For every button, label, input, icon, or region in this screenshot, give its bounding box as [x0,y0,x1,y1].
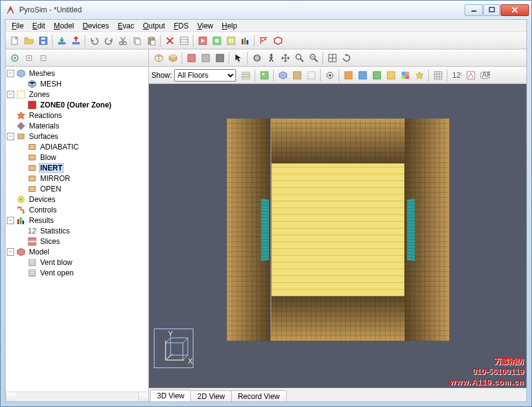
tree-hscroll[interactable] [6,392,148,401]
tree-node[interactable]: Controls [7,204,148,215]
tree-node[interactable]: −Model [7,246,148,257]
tree-node[interactable]: −Surfaces [7,131,148,141]
tree-node[interactable]: Reactions [7,110,148,120]
run-smokeview-button[interactable] [209,33,224,48]
grid-button[interactable] [431,68,445,82]
menu-edit[interactable]: Edit [28,20,49,31]
run-fds-button[interactable] [195,33,209,48]
num-button[interactable]: 12³ [449,68,463,82]
plot3d-button[interactable] [256,33,271,48]
surf-button[interactable] [198,51,213,65]
orbit-button[interactable] [250,51,264,65]
save-button[interactable] [36,33,50,48]
yellow-button[interactable] [384,68,398,82]
pan-button[interactable] [278,51,292,65]
cut-button[interactable] [116,33,130,48]
menu-help[interactable]: Help [218,20,241,31]
tree-twisty[interactable]: − [7,248,14,256]
bg-button[interactable] [257,68,271,82]
view-tab[interactable]: Record View [231,390,287,401]
open-button[interactable] [22,33,36,48]
tree-twisty[interactable]: − [7,91,14,98]
menu-evac[interactable]: Evac [114,20,138,31]
tree-node[interactable]: −Zones [7,89,148,99]
xray-button[interactable] [184,51,198,65]
menu-output[interactable]: Output [139,20,169,31]
tree-node[interactable]: INERT [18,162,148,173]
reset-button[interactable] [339,51,353,65]
out-vis-button[interactable] [304,68,318,82]
shaded-button[interactable] [166,51,180,65]
menu-model[interactable]: Model [50,20,78,31]
menu-devices[interactable]: Devices [79,20,113,31]
export-button[interactable] [69,33,83,48]
tree-node[interactable]: MESH [18,78,148,89]
results-button[interactable] [238,33,252,48]
wireframe-button[interactable] [151,51,166,65]
surf-vis-button[interactable] [290,68,304,82]
props-button[interactable] [177,33,191,48]
svg-text:12³: 12³ [28,227,37,235]
menu-file[interactable]: File [8,20,27,31]
menu-fds[interactable]: FDS [170,20,192,31]
tree-twisty[interactable]: − [7,133,14,140]
maximize-button[interactable] [483,4,500,16]
view-tab[interactable]: 3D View [150,390,191,401]
import-button[interactable] [54,33,69,48]
menu-view[interactable]: View [193,20,217,31]
orange-button[interactable] [341,68,355,82]
vis1-button[interactable] [323,68,337,82]
expand-button[interactable] [22,51,36,65]
tree-node[interactable]: Vent blow [18,257,148,267]
solid-button[interactable] [213,51,227,65]
floor-select[interactable]: All Floors [174,69,236,82]
tree-node[interactable]: ADIABATIC [18,141,148,152]
dxf-button[interactable] [463,68,478,82]
redo-button[interactable] [101,33,116,48]
cyan-button[interactable] [398,68,412,82]
zoom-sel-button[interactable] [306,51,321,65]
blue-button[interactable] [355,68,369,82]
tree-node[interactable]: Materials [7,120,148,131]
walk-button[interactable] [264,51,278,65]
axes-widget[interactable]: X Y [154,329,193,368]
tree-node[interactable]: Devices [7,194,148,204]
zoom-button[interactable] [292,51,306,65]
scroll-right-button[interactable] [138,392,148,401]
viewport-3d[interactable]: X Y 万霖消防 010-56100119 www.A119.com.cn [149,84,526,388]
view-tabs: 3D View2D ViewRecord View [149,388,526,401]
iso-button[interactable] [271,33,285,48]
scroll-left-button[interactable] [6,392,15,401]
tree-node[interactable]: OPEN [18,183,148,194]
paste-button[interactable] [144,33,158,48]
green-button[interactable] [369,68,384,82]
tree-twisty[interactable]: − [7,70,14,77]
star-button[interactable] [412,68,426,82]
tree-node[interactable]: −Results [7,215,148,225]
new-button[interactable] [7,33,22,48]
mesh-vis-button[interactable] [276,68,290,82]
tree-node[interactable]: MIRROR [18,173,148,183]
tree-node[interactable]: 12³Statistics [18,225,148,236]
ar-button[interactable]: AR [478,68,492,82]
tree-node[interactable]: Vent open [18,267,148,278]
delete-button[interactable] [163,33,177,48]
undo-button[interactable] [87,33,101,48]
collapse-button[interactable] [36,51,50,65]
tree-node[interactable]: ZONE0 (Outer Zone) [18,99,148,110]
fit-button[interactable] [325,51,339,65]
tree-node[interactable]: Blow [18,152,148,162]
tree-node[interactable]: −Meshes [7,68,148,78]
close-button[interactable] [500,4,529,16]
run-parallel-button[interactable] [224,33,238,48]
show-label: Show: [151,71,172,80]
category-button[interactable] [7,51,22,65]
view-tab[interactable]: 2D View [190,390,231,401]
tree-twisty[interactable]: − [7,217,14,224]
tree-node[interactable]: Slices [18,236,148,246]
minimize-button[interactable] [465,4,483,16]
manage-floors-button[interactable] [239,68,253,82]
copy-button[interactable] [130,33,144,48]
select-button[interactable] [231,51,245,65]
model-tree[interactable]: −MeshesMESH−ZonesZONE0 (Outer Zone)React… [6,67,148,392]
